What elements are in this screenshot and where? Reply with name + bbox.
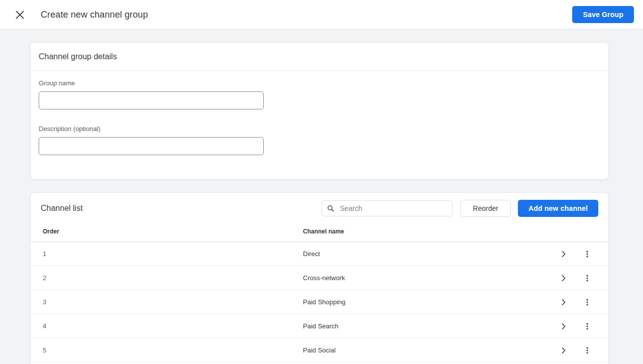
row-channel-name: Paid Search <box>303 322 555 330</box>
row-order: 4 <box>43 322 303 330</box>
main-content: Channel group details Group name Descrip… <box>30 42 609 364</box>
channel-table-header: Order Channel name <box>31 223 608 242</box>
row-channel-name: Paid Social <box>303 346 555 354</box>
table-row: 2 Cross-network <box>31 266 608 290</box>
row-order: 1 <box>43 250 303 258</box>
row-menu-button[interactable] <box>578 317 596 335</box>
save-group-button[interactable]: Save Group <box>572 6 634 23</box>
group-name-label: Group name <box>39 79 596 87</box>
page-title: Create new channel group <box>41 10 148 20</box>
kebab-menu-icon <box>583 274 591 282</box>
kebab-menu-icon <box>583 322 591 330</box>
expand-channel-button[interactable] <box>555 317 573 335</box>
row-menu-button[interactable] <box>578 341 596 359</box>
description-input[interactable] <box>39 137 264 155</box>
row-channel-name: Direct <box>303 250 555 258</box>
close-x-glyph <box>16 11 24 19</box>
chevron-right-icon <box>560 298 568 306</box>
channel-list-title: Channel list <box>41 204 83 213</box>
reorder-button[interactable]: Reorder <box>460 200 511 217</box>
channel-search-input[interactable] <box>339 204 448 213</box>
channel-group-details-card: Channel group details Group name Descrip… <box>30 42 609 180</box>
row-menu-button[interactable] <box>578 245 596 263</box>
chevron-right-icon <box>560 274 568 282</box>
channel-search-box[interactable] <box>322 200 453 216</box>
column-header-order: Order <box>43 228 303 235</box>
kebab-menu-icon <box>583 298 591 306</box>
expand-channel-button[interactable] <box>555 293 573 311</box>
top-bar: Create new channel group Save Group <box>0 0 643 30</box>
table-row: 5 Paid Social <box>31 338 608 362</box>
table-row: 1 Direct <box>31 242 608 266</box>
row-menu-button[interactable] <box>578 269 596 287</box>
details-card-body: Group name Description (optional) <box>31 71 608 179</box>
description-field-group: Description (optional) <box>39 125 596 155</box>
details-card-title: Channel group details <box>31 43 608 71</box>
group-name-input[interactable] <box>39 91 264 109</box>
expand-channel-button[interactable] <box>555 245 573 263</box>
chevron-right-icon <box>560 322 568 330</box>
chevron-right-icon <box>560 346 568 354</box>
channel-list-card: Channel list Reorder Add new channel Ord… <box>30 192 609 364</box>
kebab-menu-icon <box>583 250 591 258</box>
channel-list-header: Channel list Reorder Add new channel <box>31 193 608 223</box>
column-header-channel-name: Channel name <box>303 228 555 235</box>
row-menu-button[interactable] <box>578 293 596 311</box>
table-row: 4 Paid Search <box>31 314 608 338</box>
row-order: 3 <box>43 298 303 306</box>
chevron-right-icon <box>560 250 568 258</box>
row-order: 2 <box>43 274 303 282</box>
add-new-channel-button[interactable]: Add new channel <box>518 200 598 217</box>
expand-channel-button[interactable] <box>555 269 573 287</box>
table-row: 3 Paid Shopping <box>31 290 608 314</box>
kebab-menu-icon <box>583 346 591 354</box>
row-order: 5 <box>43 346 303 354</box>
group-name-field-group: Group name <box>39 79 596 109</box>
search-icon <box>327 204 334 212</box>
row-channel-name: Cross-network <box>303 274 555 282</box>
close-icon[interactable] <box>13 8 27 22</box>
row-channel-name: Paid Shopping <box>303 298 555 306</box>
expand-channel-button[interactable] <box>555 341 573 359</box>
description-label: Description (optional) <box>39 125 596 133</box>
